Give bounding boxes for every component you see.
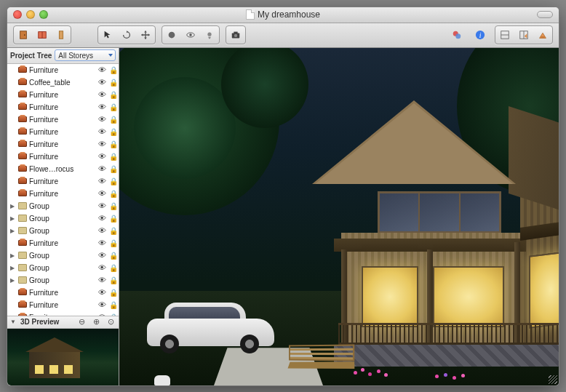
visibility-icon[interactable]: 👁 [97,127,107,136]
lock-icon[interactable]: 🔒 [108,252,119,260]
visibility-icon[interactable]: 👁 [97,251,107,260]
preview-thumbnail[interactable] [7,329,119,385]
tree-item[interactable]: ▶Group👁🔒 [7,249,119,262]
lock-icon[interactable]: 🔒 [108,116,119,124]
lock-icon[interactable]: 🔒 [108,103,119,111]
lock-icon[interactable]: 🔒 [108,79,119,87]
disclosure-icon[interactable]: ▶ [10,228,16,234]
lock-icon[interactable]: 🔒 [108,128,119,136]
info-button[interactable]: i [471,27,489,43]
visibility-icon[interactable]: 👁 [97,115,107,124]
tree-item[interactable]: Furniture👁🔒 [7,64,119,76]
titlebar[interactable]: My dreamhouse [7,7,559,23]
tree-item[interactable]: Furniture👁🔒 [7,237,119,249]
tree-item[interactable]: Furniture👁🔒 [7,287,119,299]
view-split-button[interactable] [515,27,533,43]
lock-icon[interactable]: 🔒 [108,227,119,235]
lock-icon[interactable]: 🔒 [108,264,119,272]
project-tree[interactable]: Furniture👁🔒Coffee_table👁🔒Furniture👁🔒Furn… [7,64,119,316]
column-tool-button[interactable] [52,27,70,43]
lock-icon[interactable]: 🔒 [108,215,119,223]
tree-item-label: Furniture [29,128,95,136]
visibility-icon[interactable]: 👁 [97,239,107,247]
materials-button[interactable] [448,27,466,43]
toolbar: i [7,23,559,48]
lock-icon[interactable]: 🔒 [108,153,119,161]
visibility-icon[interactable]: 👁 [97,177,107,185]
tree-item[interactable]: Furniture👁🔒 [7,126,119,138]
visibility-icon[interactable]: 👁 [97,226,107,235]
furn-icon [17,313,28,316]
lock-icon[interactable]: 🔒 [108,66,119,74]
tree-item[interactable]: ▶Group👁🔒 [7,212,119,225]
preview-disclosure-icon[interactable]: ▼ [10,319,16,325]
visibility-icon[interactable]: 👁 [97,300,107,309]
disclosure-icon[interactable]: ▶ [10,265,16,271]
zoom-out-button[interactable]: ⊖ [76,317,87,327]
visibility-icon[interactable]: 👁 [97,276,107,284]
lock-icon[interactable]: 🔒 [108,289,119,297]
lock-icon[interactable]: 🔒 [108,276,119,284]
tree-item[interactable]: Furniture👁🔒 [7,188,119,200]
disclosure-icon[interactable]: ▶ [10,215,16,222]
zoom-fit-button[interactable]: ⊙ [105,317,116,327]
visibility-icon[interactable]: 👁 [97,152,107,161]
view-3d-button[interactable] [534,27,551,43]
zoom-in-button[interactable]: ⊕ [91,317,101,327]
storey-dropdown[interactable]: All Storeys [55,49,116,61]
lock-icon[interactable]: 🔒 [108,239,119,247]
tree-item[interactable]: ▶Group👁🔒 [7,200,119,212]
resize-handle[interactable] [549,375,557,384]
disclosure-icon[interactable]: ▶ [10,277,16,284]
disclosure-icon[interactable]: ▶ [10,252,16,259]
tree-item[interactable]: Furniture👁🔒 [7,299,119,311]
tree-item[interactable]: Furniture👁🔒 [7,175,119,188]
visibility-icon[interactable]: 👁 [97,164,107,173]
zoom-button[interactable] [39,10,48,19]
toolbar-toggle-pill[interactable] [537,11,553,18]
visibility-icon[interactable]: 👁 [97,214,107,223]
visibility-icon[interactable]: 👁 [97,201,107,210]
disclosure-icon[interactable]: ▶ [10,203,16,209]
visibility-icon[interactable]: 👁 [97,288,107,297]
furn-icon [17,103,28,111]
tree-item[interactable]: Flowe…rocus👁🔒 [7,163,119,175]
tree-item[interactable]: ▶Group👁🔒 [7,225,119,237]
view-2d-button[interactable] [496,27,514,43]
tree-item[interactable]: Furniture👁🔒 [7,138,119,151]
visibility-icon[interactable]: 👁 [97,65,107,74]
lock-icon[interactable]: 🔒 [108,177,119,185]
snapshot-button[interactable] [227,27,244,43]
pointer-tool-button[interactable] [99,27,116,43]
main-viewport[interactable] [119,48,559,385]
minimize-button[interactable] [26,10,35,19]
visibility-icon[interactable]: 👁 [97,263,107,272]
tree-item[interactable]: ▶Group👁🔒 [7,274,119,287]
tree-item[interactable]: Furniture👁🔒 [7,151,119,163]
lock-icon[interactable]: 🔒 [108,165,119,173]
visibility-icon[interactable]: 👁 [97,90,107,99]
close-button[interactable] [13,10,22,19]
window-tool-button[interactable] [33,27,51,43]
eye-view-button[interactable] [182,27,199,43]
rotate-tool-button[interactable] [118,27,135,43]
lock-icon[interactable]: 🔒 [108,140,119,148]
tree-item[interactable]: Furniture👁🔒 [7,101,119,113]
content-area: Project Tree All Storeys Furniture👁🔒Coff… [7,48,559,385]
tree-item[interactable]: Furniture👁🔒 [7,89,119,101]
pan-tool-button[interactable] [137,27,154,43]
door-tool-button[interactable] [15,27,32,43]
visibility-icon[interactable]: 👁 [97,189,107,198]
record-button[interactable] [163,27,180,43]
visibility-icon[interactable]: 👁 [97,78,107,87]
lock-icon[interactable]: 🔒 [108,202,119,210]
lock-icon[interactable]: 🔒 [108,91,119,99]
visibility-icon[interactable]: 👁 [97,140,107,148]
tree-item[interactable]: Coffee_table👁🔒 [7,76,119,89]
visibility-icon[interactable]: 👁 [97,103,107,111]
lock-icon[interactable]: 🔒 [108,301,119,309]
lock-icon[interactable]: 🔒 [108,190,119,198]
tree-item[interactable]: Furniture👁🔒 [7,113,119,126]
light-tool-button[interactable] [201,27,218,43]
tree-item[interactable]: ▶Group👁🔒 [7,262,119,274]
